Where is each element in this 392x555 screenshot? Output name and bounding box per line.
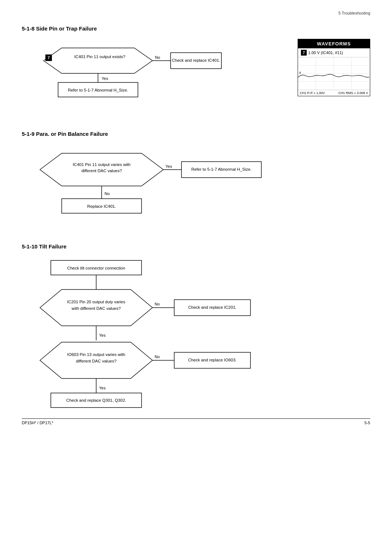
waveform-footer-left: CH1 P-P = 1.00V: [300, 91, 325, 95]
page-footer: DP15H* / DP17L* 5-5: [22, 418, 370, 425]
svg-text:IC401 Pin 11 output exists?: IC401 Pin 11 output exists?: [74, 54, 126, 59]
svg-text:IC401 Pin 11 output varies wit: IC401 Pin 11 output varies with: [73, 162, 130, 167]
svg-text:No: No: [105, 191, 110, 196]
page-header: 5 Troubleshooting: [339, 11, 370, 15]
flowchart-5110-svg: Check tilt connector connection IC201 Pi…: [22, 257, 276, 413]
section-5110: 5-1-10 Tilt Failure Check tilt connector…: [22, 243, 370, 414]
svg-text:Refer to 5-1-7 Abnormal H_Size: Refer to 5-1-7 Abnormal H_Size.: [68, 88, 128, 92]
svg-text:Check and replace Q301, Q302.: Check and replace Q301, Q302.: [66, 398, 126, 402]
waveform-svg: 4: [298, 57, 369, 90]
waveforms-panel: WAVEFORMS 7 1.00 V (IC401, #11): [298, 39, 370, 96]
footer-left: DP15H* / DP17L*: [22, 421, 53, 425]
section-519-title: 5-1-9 Para. or Pin Balance Failure: [22, 131, 370, 137]
svg-text:different DAC values?: different DAC values?: [81, 169, 122, 173]
section-518-title: 5-1-8 Side Pin or Trap Failure: [22, 25, 370, 32]
svg-text:Check and replace IC401.: Check and replace IC401.: [172, 58, 220, 62]
svg-text:Check and replace IC201.: Check and replace IC201.: [188, 305, 237, 309]
svg-text:Yes: Yes: [99, 386, 106, 390]
svg-text:No: No: [155, 355, 160, 359]
svg-text:No: No: [155, 302, 160, 306]
svg-text:IC201 Pin 20 output duty varie: IC201 Pin 20 output duty varies: [67, 300, 126, 304]
section-518-flowchart: 7 IC401 Pin 11 output exists? Yes Refer …: [22, 39, 290, 113]
svg-text:Refer to 5-1-7 Abnormal H_Size: Refer to 5-1-7 Abnormal H_Size.: [191, 167, 252, 171]
svg-text:Yes: Yes: [99, 333, 106, 337]
svg-text:Check tilt connector connectio: Check tilt connector connection: [67, 266, 125, 270]
waveform-footer-right: CH1 RMS = 3.008 V: [338, 91, 368, 95]
svg-text:4: 4: [299, 71, 301, 74]
waveforms-label: 7 1.00 V (IC401, #11): [298, 48, 370, 57]
footer-right: 5-5: [364, 421, 370, 425]
flowchart-519-svg: IC401 Pin 11 output varies with differen…: [22, 144, 276, 224]
flowchart-518-svg: 7 IC401 Pin 11 output exists? Yes Refer …: [22, 39, 225, 112]
svg-text:Check and replace IO603.: Check and replace IO603.: [188, 358, 237, 362]
section-519: 5-1-9 Para. or Pin Balance Failure IC401…: [22, 131, 370, 225]
svg-marker-0: [44, 48, 152, 73]
section-5110-title: 5-1-10 Tilt Failure: [22, 243, 370, 250]
svg-text:7: 7: [48, 56, 50, 60]
svg-text:Yes: Yes: [166, 164, 172, 169]
svg-text:different DAC values?: different DAC values?: [76, 359, 117, 363]
svg-text:IO603 Pin 13 output varies wit: IO603 Pin 13 output varies with: [67, 352, 125, 357]
svg-text:No: No: [155, 55, 160, 60]
wave-num: 7: [301, 50, 307, 56]
svg-text:Yes: Yes: [102, 76, 108, 81]
section-518: 5-1-8 Side Pin or Trap Failure 7 IC401 P…: [22, 25, 370, 113]
svg-text:with different DAC values?: with different DAC values?: [71, 306, 121, 311]
svg-text:Replace IC401.: Replace IC401.: [87, 204, 116, 208]
waveforms-header: WAVEFORMS: [298, 39, 370, 48]
